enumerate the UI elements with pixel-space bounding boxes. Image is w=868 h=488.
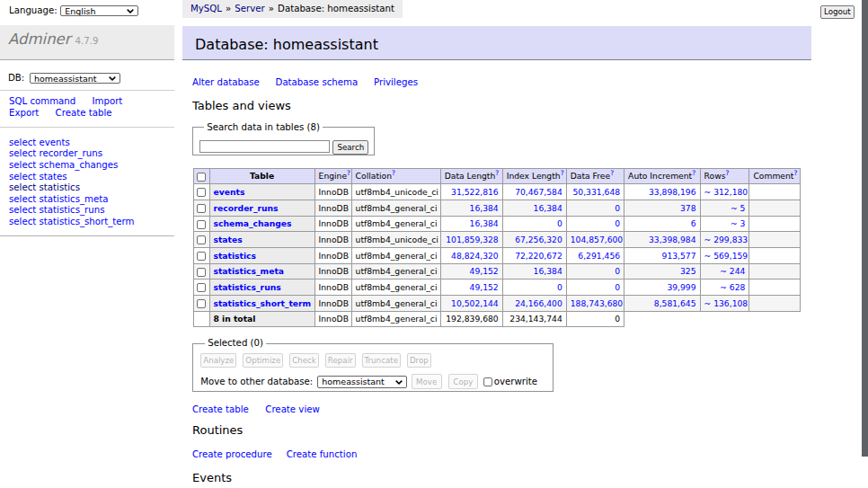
- truncate-button[interactable]: Truncate: [362, 353, 401, 368]
- rows-help-link[interactable]: ?: [725, 169, 729, 177]
- rows-count-link[interactable]: ~ 5: [731, 203, 745, 213]
- rows-count-link[interactable]: ~ 569,159: [704, 251, 748, 261]
- check-button[interactable]: Check: [289, 353, 319, 368]
- auto-increment-link[interactable]: 39,999: [667, 282, 695, 292]
- auto-increment-link[interactable]: 6: [691, 218, 696, 228]
- create-view-link[interactable]: Create view: [265, 404, 320, 414]
- comment-help-link[interactable]: ?: [793, 169, 797, 177]
- data-free-link[interactable]: 0: [615, 266, 620, 276]
- rows-count-link[interactable]: ~ 136,108: [704, 298, 748, 308]
- select-statistics-short-term-link[interactable]: select: [9, 217, 36, 226]
- row-checkbox[interactable]: [197, 204, 206, 213]
- sidebar-export-link[interactable]: Export: [9, 108, 39, 118]
- rows-count-link[interactable]: ~ 244: [720, 266, 745, 276]
- table-recorder-runs-link[interactable]: recorder_runs: [40, 148, 103, 158]
- auto-increment-help-link[interactable]: ?: [692, 169, 695, 177]
- move-button[interactable]: Move: [412, 374, 442, 389]
- table-link[interactable]: events: [214, 187, 245, 197]
- table-states-link[interactable]: states: [40, 172, 67, 182]
- sidebar-import-link[interactable]: Import: [93, 96, 123, 106]
- scrollbar-track[interactable]: [862, 0, 868, 488]
- language-select[interactable]: English: [60, 5, 138, 17]
- optimize-button[interactable]: Optimize: [243, 353, 283, 368]
- data-free-link[interactable]: 0: [615, 218, 620, 228]
- data-length-help-link[interactable]: ?: [495, 169, 499, 177]
- index-length-link[interactable]: 16,384: [534, 266, 562, 276]
- data-length-link[interactable]: 101,859,328: [446, 235, 498, 244]
- data-free-link[interactable]: 0: [615, 282, 620, 292]
- db-select[interactable]: homeassistant: [30, 73, 120, 84]
- table-link[interactable]: schema_changes: [214, 218, 292, 228]
- rows-count-link[interactable]: ~ 299,833: [704, 235, 748, 244]
- table-link[interactable]: statistics_runs: [214, 282, 281, 292]
- table-statistics-short-term-link[interactable]: statistics_short_term: [40, 217, 135, 226]
- data-length-link[interactable]: 49,152: [470, 266, 499, 276]
- search-button[interactable]: Search: [332, 140, 368, 155]
- index-length-link[interactable]: 16,384: [534, 203, 562, 213]
- index-length-link[interactable]: 72,220,672: [515, 251, 562, 261]
- database-schema-link[interactable]: Database schema: [276, 77, 359, 87]
- scrollbar-thumb[interactable]: [862, 0, 868, 457]
- data-length-link[interactable]: 31,522,816: [451, 187, 499, 197]
- row-checkbox[interactable]: [197, 235, 206, 244]
- data-free-link[interactable]: 0: [615, 203, 620, 213]
- table-link[interactable]: recorder_runs: [214, 203, 279, 213]
- select-states-link[interactable]: select: [9, 172, 36, 182]
- index-length-link[interactable]: 0: [557, 218, 562, 228]
- auto-increment-link[interactable]: 325: [680, 266, 696, 276]
- table-events-link[interactable]: events: [40, 138, 70, 147]
- table-schema-changes-link[interactable]: schema_changes: [40, 160, 119, 170]
- index-length-link[interactable]: 67,256,320: [515, 235, 562, 244]
- table-statistics-runs-link[interactable]: statistics_runs: [40, 205, 105, 215]
- alter-database-link[interactable]: Alter database: [192, 77, 260, 87]
- search-input[interactable]: [199, 140, 330, 153]
- data-length-link[interactable]: 16,384: [470, 218, 499, 228]
- auto-increment-link[interactable]: 913,577: [662, 251, 696, 261]
- row-checkbox[interactable]: [197, 188, 206, 197]
- select-schema-changes-link[interactable]: select: [9, 160, 36, 170]
- row-checkbox[interactable]: [197, 268, 206, 277]
- select-recorder-runs-link[interactable]: select: [9, 148, 36, 158]
- index-length-link[interactable]: 70,467,584: [515, 187, 562, 197]
- table-link[interactable]: states: [214, 235, 243, 244]
- data-free-link[interactable]: 188,743,680: [571, 298, 623, 308]
- move-database-select[interactable]: homeassistant: [317, 376, 407, 389]
- rows-count-link[interactable]: ~ 312,180: [704, 187, 748, 197]
- select-events-link[interactable]: select: [9, 138, 36, 147]
- sidebar-sql-command-link[interactable]: SQL command: [9, 96, 75, 106]
- row-checkbox[interactable]: [197, 252, 206, 261]
- privileges-link[interactable]: Privileges: [374, 77, 418, 87]
- copy-button[interactable]: Copy: [448, 374, 478, 389]
- adminer-logo[interactable]: Adminer: [8, 31, 71, 48]
- table-statistics-meta-link[interactable]: statistics_meta: [40, 194, 109, 204]
- rows-count-link[interactable]: ~ 3: [731, 218, 745, 228]
- overwrite-checkbox[interactable]: [483, 377, 492, 386]
- table-link[interactable]: statistics: [214, 251, 257, 261]
- data-length-link[interactable]: 49,152: [470, 282, 499, 292]
- engine-help-link[interactable]: ?: [347, 169, 350, 177]
- analyze-button[interactable]: Analyze: [200, 353, 236, 368]
- select-all-checkbox[interactable]: [197, 173, 206, 182]
- collation-help-link[interactable]: ?: [392, 169, 395, 177]
- select-statistics-meta-link[interactable]: select: [9, 194, 36, 204]
- create-function-link[interactable]: Create function: [287, 449, 358, 459]
- repair-button[interactable]: Repair: [325, 353, 356, 368]
- drop-button[interactable]: Drop: [407, 353, 431, 368]
- sidebar-create-table-link[interactable]: Create table: [56, 108, 112, 118]
- data-length-link[interactable]: 48,824,320: [451, 251, 499, 261]
- data-free-link[interactable]: 50,331,648: [573, 187, 621, 197]
- auto-increment-link[interactable]: 33,898,196: [649, 187, 696, 197]
- data-free-link[interactable]: 104,857,600: [571, 235, 623, 244]
- select-statistics-link[interactable]: select: [9, 182, 36, 192]
- row-checkbox[interactable]: [197, 299, 206, 308]
- data-length-link[interactable]: 16,384: [470, 203, 499, 213]
- table-statistics-link[interactable]: statistics: [40, 182, 80, 192]
- row-checkbox[interactable]: [197, 220, 206, 229]
- auto-increment-link[interactable]: 378: [680, 203, 696, 213]
- table-link[interactable]: statistics_short_term: [214, 298, 312, 308]
- rows-count-link[interactable]: ~ 628: [720, 282, 745, 292]
- data-free-help-link[interactable]: ?: [610, 169, 614, 177]
- auto-increment-link[interactable]: 8,581,645: [654, 298, 696, 308]
- data-free-link[interactable]: 6,291,456: [578, 251, 620, 261]
- index-length-link[interactable]: 24,166,400: [515, 298, 562, 308]
